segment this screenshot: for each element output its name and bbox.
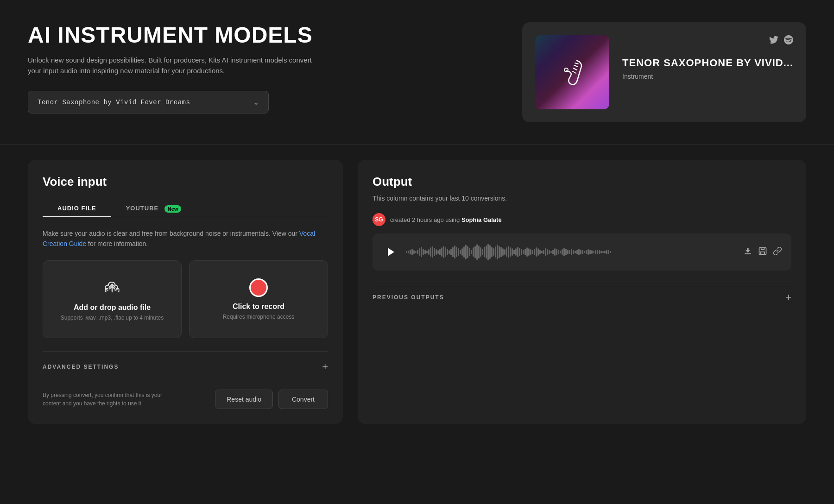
- previous-outputs-label: PREVIOUS OUTPUTS: [373, 294, 444, 301]
- download-icon[interactable]: [743, 246, 752, 258]
- instrument-card: TENOR SAXOPHONE BY VIVID... Instrument: [522, 22, 806, 122]
- link-icon[interactable]: [773, 246, 782, 258]
- voice-input-title: Voice input: [43, 175, 328, 189]
- play-button[interactable]: [382, 244, 398, 260]
- confirm-text: By pressing convert, you confirm that th…: [43, 391, 172, 408]
- avatar: SG: [373, 213, 385, 226]
- drop-zone-file-title: Add or drop audio file: [74, 303, 151, 312]
- tab-youtube[interactable]: YOUTUBE New: [111, 200, 196, 217]
- spotify-icon[interactable]: [784, 35, 793, 47]
- top-left: AI INSTRUMENT MODELS Unlock new sound de…: [28, 22, 371, 113]
- save-icon[interactable]: [758, 246, 767, 258]
- instrument-info: TENOR SAXOPHONE BY VIVID... Instrument: [622, 57, 793, 88]
- chevron-down-icon: ⌄: [253, 98, 259, 107]
- instrument-type: Instrument: [622, 73, 793, 80]
- action-buttons: Reset audio Convert: [215, 390, 328, 409]
- new-badge: New: [164, 205, 182, 213]
- user-creation: SG created 2 hours ago using Sophia Gala…: [373, 213, 791, 226]
- drop-zone-record[interactable]: Click to record Requires microphone acce…: [189, 260, 328, 338]
- play-triangle-icon: [388, 248, 394, 256]
- instrument-image: [535, 35, 609, 109]
- waveform: [406, 243, 736, 261]
- upload-icon: [102, 277, 122, 298]
- drop-zone-record-title: Click to record: [233, 302, 284, 311]
- instrument-name: TENOR SAXOPHONE BY VIVID...: [622, 57, 793, 69]
- output-title: Output: [373, 175, 791, 189]
- drop-zone-file[interactable]: Add or drop audio file Supports .wav, .m…: [43, 260, 182, 338]
- record-icon: [249, 278, 268, 297]
- convert-button[interactable]: Convert: [278, 390, 328, 409]
- drop-zones: Add or drop audio file Supports .wav, .m…: [43, 260, 328, 338]
- tab-audio-file[interactable]: AUDIO FILE: [43, 200, 111, 217]
- advanced-settings-label: ADVANCED SETTINGS: [43, 364, 119, 370]
- model-dropdown-text: Tenor Saxophone by Vivid Fever Dreams: [38, 99, 190, 106]
- page-subtitle: Unlock new sound design possibilities. B…: [28, 55, 324, 76]
- advanced-settings: ADVANCED SETTINGS +: [43, 351, 328, 373]
- tabs: AUDIO FILE YOUTUBE New: [43, 200, 328, 217]
- top-section: AI INSTRUMENT MODELS Unlock new sound de…: [0, 0, 834, 145]
- waveform-player: [373, 233, 791, 271]
- bottom-actions: By pressing convert, you confirm that th…: [43, 382, 328, 409]
- saxophone-icon: [556, 56, 588, 88]
- output-subtitle: This column contains your last 10 conver…: [373, 195, 791, 202]
- previous-outputs[interactable]: PREVIOUS OUTPUTS +: [373, 282, 791, 303]
- model-dropdown[interactable]: Tenor Saxophone by Vivid Fever Dreams ⌄: [28, 91, 269, 113]
- previous-outputs-expand-icon: +: [785, 291, 791, 303]
- creation-text: created 2 hours ago using Sophia Galaté: [390, 216, 502, 223]
- expand-icon: +: [322, 361, 328, 373]
- voice-input-panel: Voice input AUDIO FILE YOUTUBE New Make …: [28, 160, 343, 424]
- reset-audio-button[interactable]: Reset audio: [215, 390, 273, 409]
- waveform-actions: [743, 246, 782, 258]
- output-panel: Output This column contains your last 10…: [358, 160, 806, 424]
- drop-zone-record-subtitle: Requires microphone access: [223, 314, 295, 320]
- svg-rect-2: [759, 247, 766, 254]
- drop-zone-file-subtitle: Supports .wav, .mp3, .flac up to 4 minut…: [61, 315, 164, 321]
- twitter-icon[interactable]: [769, 35, 778, 47]
- social-icons: [769, 35, 793, 47]
- svg-rect-3: [761, 252, 764, 254]
- bottom-section: Voice input AUDIO FILE YOUTUBE New Make …: [0, 145, 834, 439]
- page-title: AI INSTRUMENT MODELS: [28, 22, 371, 48]
- voice-input-description: Make sure your audio is clear and free f…: [43, 228, 328, 249]
- advanced-settings-toggle[interactable]: ADVANCED SETTINGS +: [43, 361, 328, 373]
